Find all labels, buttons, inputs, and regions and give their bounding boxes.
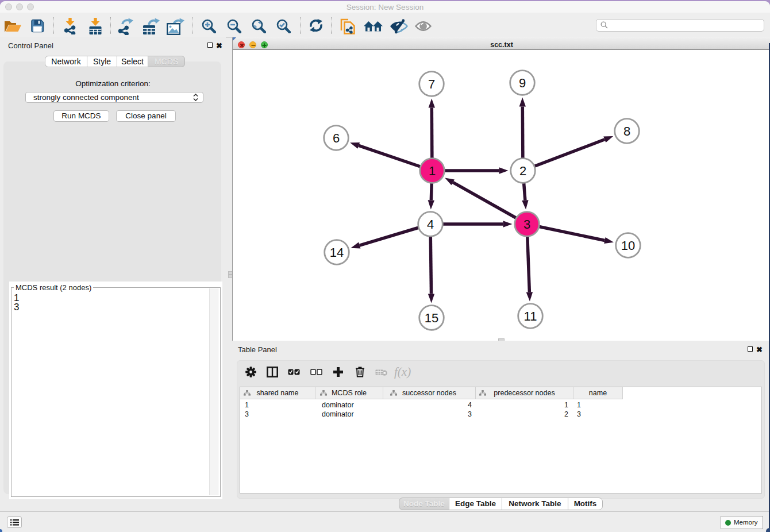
svg-text:4: 4 [427, 217, 434, 232]
svg-text:15: 15 [425, 311, 438, 325]
svg-text:10: 10 [621, 238, 635, 253]
svg-text:6: 6 [333, 131, 340, 145]
svg-text:11: 11 [524, 309, 537, 323]
svg-text:8: 8 [623, 124, 630, 138]
svg-text:2: 2 [519, 164, 526, 178]
svg-text:1: 1 [429, 164, 436, 178]
svg-text:7: 7 [428, 77, 435, 91]
svg-text:14: 14 [330, 245, 344, 260]
svg-text:9: 9 [519, 76, 526, 90]
svg-text:3: 3 [523, 217, 530, 232]
